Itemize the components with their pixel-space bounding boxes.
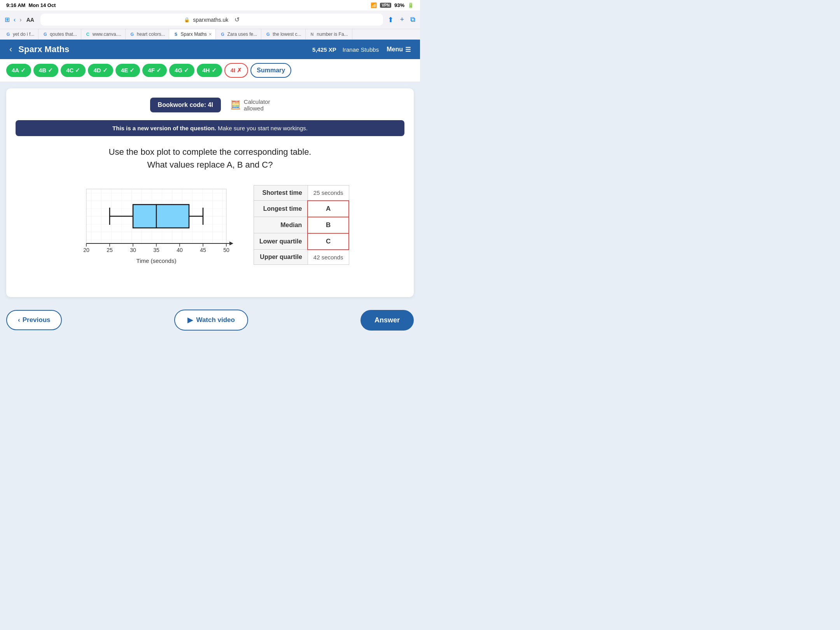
calculator-allowed: allowed (244, 105, 270, 112)
aa-label[interactable]: AA (26, 17, 34, 23)
label-upper-quartile: Upper quartile (254, 250, 308, 265)
question-line2: What values replace A, B and C? (16, 158, 404, 171)
svg-text:30: 30 (130, 247, 136, 253)
tab-favicon-google5: G (265, 32, 271, 37)
tab-favicon-google: G (5, 32, 11, 37)
tabs-button[interactable]: ⧉ (410, 16, 415, 24)
table-row-shortest: Shortest time 25 seconds (254, 186, 349, 201)
calculator-info: 🧮 Calculator allowed (230, 98, 270, 112)
menu-button[interactable]: Menu ☰ (387, 46, 411, 53)
battery-status: 93% (394, 2, 404, 8)
svg-marker-2 (229, 242, 233, 245)
question-line1: Use the box plot to complete the corresp… (16, 145, 404, 158)
bookwork-row: Bookwork code: 4I 🧮 Calculator allowed (16, 98, 404, 112)
xp-display: 5,425 XP (312, 46, 336, 53)
data-table: Shortest time 25 seconds Longest time A … (254, 185, 349, 265)
tab-favicon-google2: G (42, 32, 48, 37)
sparx-header: ‹ Sparx Maths 5,425 XP Iranae Stubbs Men… (0, 40, 420, 59)
tab-number[interactable]: N number is Fa... (306, 29, 352, 39)
lock-icon: 🔒 (184, 17, 190, 23)
table-row-median: Median B (254, 217, 349, 233)
previous-icon: ‹ (18, 316, 20, 324)
tab-favicon-google3: G (130, 32, 135, 37)
section-tab-4a[interactable]: 4A ✓ (6, 64, 31, 77)
data-table-container: Shortest time 25 seconds Longest time A … (254, 185, 349, 265)
svg-text:Time (seconds): Time (seconds) (136, 257, 177, 264)
table-row-lower-quartile: Lower quartile C (254, 233, 349, 250)
wifi-icon: 📶 (371, 2, 377, 8)
watch-video-button[interactable]: ▶ Watch video (174, 310, 248, 331)
video-icon: ▶ (187, 316, 193, 324)
input-longest[interactable]: A (308, 201, 349, 217)
forward-button[interactable]: › (19, 16, 21, 23)
svg-text:45: 45 (200, 247, 206, 253)
tab-close-icon[interactable]: ✕ (208, 32, 212, 37)
svg-text:50: 50 (223, 247, 229, 253)
reload-button[interactable]: ↺ (234, 16, 240, 23)
tab-favicon-google4: G (220, 32, 225, 37)
tab-favicon-canva: C (85, 32, 91, 37)
notice-bar: This is a new version of the question. M… (16, 120, 404, 136)
tabs-bar: G yet do i f... G qoutes that... C www.c… (0, 29, 420, 40)
status-time: 9:16 AM (6, 2, 25, 8)
tab-favicon-sparx: S (173, 32, 178, 37)
tab-zara[interactable]: G Zara uses fe... (216, 29, 261, 39)
new-tab-button[interactable]: + (400, 16, 404, 24)
section-tab-summary[interactable]: Summary (250, 63, 291, 78)
value-upper-quartile: 42 seconds (308, 250, 349, 265)
section-tab-4i[interactable]: 4I ✗ (224, 63, 248, 78)
input-median[interactable]: B (308, 217, 349, 233)
sparx-back-button[interactable]: ‹ (9, 44, 12, 54)
svg-rect-20 (133, 205, 189, 228)
tab-qoutes[interactable]: G qoutes that... (38, 29, 81, 39)
section-tab-4c[interactable]: 4C ✓ (61, 64, 86, 77)
bookwork-badge: Bookwork code: 4I (150, 98, 221, 112)
tab-lowest[interactable]: G the lowest c... (261, 29, 305, 39)
label-longest: Longest time (254, 201, 308, 217)
status-day: Mon 14 Oct (28, 2, 56, 8)
section-tab-4f[interactable]: 4F ✓ (142, 64, 167, 77)
svg-text:20: 20 (83, 247, 89, 253)
tab-canva[interactable]: C www.canva.... (81, 29, 126, 39)
calculator-label: Calculator (244, 98, 270, 105)
table-row-upper-quartile: Upper quartile 42 seconds (254, 250, 349, 265)
svg-text:35: 35 (153, 247, 159, 253)
sparx-logo: Sparx Maths (18, 44, 312, 54)
boxplot-container: 20 25 30 35 40 45 50 Time (seconds) (71, 185, 238, 272)
address-bar[interactable]: 🔒 sparxmaths.uk ↺ (40, 14, 383, 26)
boxplot-svg: 20 25 30 35 40 45 50 Time (seconds) (71, 185, 238, 271)
tab-favicon-n: N (310, 32, 315, 37)
notice-rest: Make sure you start new workings. (218, 125, 308, 131)
previous-button[interactable]: ‹ Previous (6, 310, 62, 330)
hamburger-icon: ☰ (405, 46, 411, 53)
value-shortest: 25 seconds (308, 186, 349, 201)
section-tabs: 4A ✓ 4B ✓ 4C ✓ 4D ✓ 4E ✓ 4F ✓ 4G ✓ 4H ✓ … (0, 59, 420, 82)
label-median: Median (254, 217, 308, 233)
tab-heart[interactable]: G heart colors... (126, 29, 170, 39)
status-bar: 9:16 AM Mon 14 Oct 📶 VPN 93% 🔋 (0, 0, 420, 10)
svg-text:25: 25 (107, 247, 113, 253)
main-content: Bookwork code: 4I 🧮 Calculator allowed T… (6, 88, 414, 297)
input-lower-quartile[interactable]: C (308, 233, 349, 250)
bottom-bar: ‹ Previous ▶ Watch video Answer (0, 303, 420, 340)
url-text: sparxmaths.uk (193, 17, 228, 23)
battery-icon: 🔋 (408, 2, 414, 8)
user-name: Iranae Stubbs (343, 46, 379, 53)
sidebar-toggle-button[interactable]: ⊞ (5, 16, 10, 23)
calculator-icon: 🧮 (230, 100, 241, 110)
tab-yet-do[interactable]: G yet do i f... (2, 29, 38, 39)
section-tab-4d[interactable]: 4D ✓ (88, 64, 113, 77)
browser-bar: ⊞ ‹ › AA 🔒 sparxmaths.uk ↺ ⬆ + ⧉ (0, 10, 420, 29)
answer-button[interactable]: Answer (360, 310, 414, 331)
question-text: Use the box plot to complete the corresp… (16, 145, 404, 171)
tab-sparx[interactable]: S Sparx Maths ✕ (169, 29, 216, 39)
table-row-longest: Longest time A (254, 201, 349, 217)
back-button[interactable]: ‹ (14, 16, 16, 23)
section-tab-4b[interactable]: 4B ✓ (33, 64, 58, 77)
share-button[interactable]: ⬆ (388, 16, 394, 24)
label-lower-quartile: Lower quartile (254, 233, 308, 250)
section-tab-4h[interactable]: 4H ✓ (197, 64, 222, 77)
section-tab-4g[interactable]: 4G ✓ (169, 64, 194, 77)
section-tab-4e[interactable]: 4E ✓ (116, 64, 140, 77)
notice-bold: This is a new version of the question. (112, 125, 216, 131)
